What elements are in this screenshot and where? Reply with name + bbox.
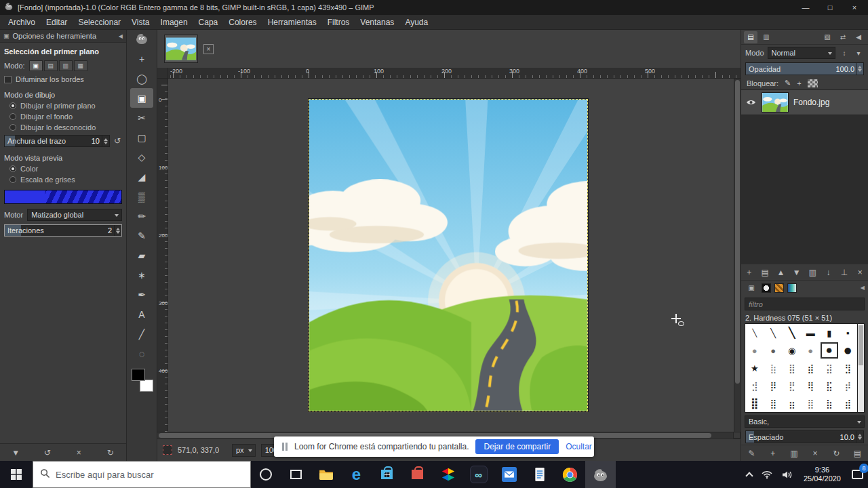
transform-tool[interactable]: ◇	[130, 147, 153, 167]
brush-item[interactable]: ⡿	[764, 377, 783, 394]
quick-mask-toggle[interactable]	[163, 445, 172, 455]
lower-layer-button[interactable]: ▼	[789, 266, 804, 279]
spacing-slider[interactable]: Espaciado 10.0	[745, 430, 864, 443]
brush-item[interactable]: ●	[839, 342, 858, 359]
duplicate-layer-button[interactable]: ▥	[805, 266, 820, 279]
tray-expand-button[interactable]	[742, 461, 757, 488]
file-explorer-app[interactable]	[311, 461, 341, 488]
document-app[interactable]	[524, 461, 555, 488]
delete-brush-button[interactable]: ×	[808, 447, 823, 460]
brush-tag-select[interactable]: Basic,	[745, 415, 865, 428]
save-tool-preset-button[interactable]: ▼	[8, 447, 23, 459]
edge-app[interactable]: e	[341, 461, 372, 488]
brush-item[interactable]: ⣶	[783, 394, 802, 412]
gradients-tab[interactable]	[787, 283, 797, 293]
opacity-spinner[interactable]	[856, 63, 863, 75]
menu-item[interactable]: Imagen	[155, 16, 193, 28]
brush-item[interactable]: ⣷	[764, 359, 783, 377]
vertical-scrollbar[interactable]	[734, 79, 741, 432]
feather-edges-checkbox[interactable]: Difuminar los bordes	[0, 73, 126, 86]
radio-dot[interactable]	[9, 113, 16, 120]
scrollbar-thumb[interactable]	[735, 80, 740, 384]
brush-item[interactable]: ●	[820, 342, 839, 359]
ellipse-select-tool[interactable]: ◯	[130, 68, 153, 88]
eraser-tool[interactable]: ▰	[130, 245, 153, 265]
dock-switch-icon[interactable]: ⇄	[836, 31, 850, 43]
menu-item[interactable]: Seleccionar	[73, 16, 126, 28]
engine-select[interactable]: Matizado global	[27, 209, 122, 221]
background-color-swatch[interactable]	[140, 380, 153, 392]
layers-dialog-tab[interactable]: ▤	[744, 31, 757, 43]
brush-grid-scrollbar[interactable]	[858, 323, 865, 413]
preview-color-radio[interactable]: Color	[0, 163, 126, 174]
delete-tool-preset-button[interactable]: ×	[71, 447, 86, 459]
brush-item[interactable]: ◉	[783, 342, 802, 359]
airbrush-tool[interactable]: ∗	[130, 265, 153, 285]
minimize-button[interactable]: —	[793, 0, 818, 15]
close-button[interactable]: ×	[842, 0, 867, 15]
brush-item[interactable]: ⣟	[783, 377, 802, 394]
taskbar-clock[interactable]: 9:36 25/04/2020	[797, 466, 847, 483]
hide-sharing-link[interactable]: Ocultar	[566, 442, 592, 451]
preview-color-swatch[interactable]	[4, 190, 122, 204]
layer-mode-select[interactable]: Normal	[768, 47, 835, 59]
draw-background-radio[interactable]: Dibujar el fondo	[0, 111, 126, 122]
draw-unknown-radio[interactable]: Dibujar lo desconocido	[0, 122, 126, 133]
loom-app[interactable]: ∞	[463, 461, 494, 488]
volume-tray-icon[interactable]	[777, 461, 797, 488]
dock-tab-icon[interactable]: ▣	[745, 282, 758, 294]
brush-item[interactable]: ★	[745, 359, 764, 377]
foreground-color-swatch[interactable]	[132, 369, 145, 381]
text-tool[interactable]: A	[130, 304, 153, 324]
layer-row[interactable]: Fondo.jpg	[741, 90, 868, 115]
start-button[interactable]	[0, 461, 33, 488]
raise-layer-button[interactable]: ▲	[773, 266, 788, 279]
mode-add-button[interactable]: ▤	[44, 60, 58, 71]
layer-list[interactable]: Fondo.jpg	[741, 89, 868, 264]
brush-item[interactable]: ⣾	[802, 359, 821, 377]
mode-subtract-button[interactable]: ▥	[59, 60, 73, 71]
image-tab[interactable]	[164, 35, 198, 63]
ruler-corner[interactable]	[157, 68, 168, 79]
lock-position-icon[interactable]: +	[797, 79, 801, 87]
zoom-tool[interactable]: ◌	[130, 344, 153, 363]
vertical-ruler[interactable]: 0100200300400	[157, 79, 168, 432]
scissors-select-tool[interactable]: ✂	[130, 108, 153, 127]
store-app[interactable]	[372, 461, 402, 488]
reset-stroke-width-button[interactable]: ↺	[113, 136, 122, 146]
layer-visibility-toggle[interactable]	[745, 99, 757, 106]
brush-item[interactable]: ⣿	[745, 394, 764, 412]
photos-app[interactable]	[433, 461, 463, 488]
merge-down-button[interactable]: ↓	[821, 266, 836, 279]
brush-item[interactable]: ●	[802, 342, 821, 359]
menu-item[interactable]: Editar	[41, 16, 73, 28]
brush-item[interactable]: ⣿	[802, 394, 821, 412]
brush-item[interactable]: ●	[764, 342, 783, 359]
brush-item[interactable]: ⣷	[820, 394, 839, 412]
brush-item[interactable]: ⣾	[839, 394, 858, 412]
brush-item[interactable]: ⣽	[820, 359, 839, 377]
pause-icon[interactable]	[282, 443, 288, 451]
new-layer-group-button[interactable]: ▤	[757, 266, 772, 279]
color-picker-tool[interactable]: ╱	[130, 324, 153, 344]
patterns-tab[interactable]	[774, 283, 784, 293]
canvas-viewport[interactable]	[168, 79, 734, 432]
opacity-slider[interactable]: Opacidad 100.0	[745, 62, 864, 75]
pencil-tool[interactable]: ✏	[130, 206, 153, 226]
radio-dot[interactable]	[9, 124, 16, 131]
delete-layer-button[interactable]: ×	[852, 266, 867, 279]
stroke-width-slider[interactable]: Anchura del trazo 10	[4, 135, 110, 147]
mode-switch-icon[interactable]: ↕	[839, 49, 850, 57]
radio-dot[interactable]	[9, 176, 16, 183]
cortana-button[interactable]	[251, 461, 281, 488]
menu-item[interactable]: Colores	[223, 16, 262, 28]
brush-item[interactable]: ⡾	[839, 377, 858, 394]
scrollbar-thumb[interactable]	[859, 325, 863, 365]
horizontal-ruler[interactable]: -200-1000100200300400500	[168, 68, 741, 79]
brush-item[interactable]: ⣻	[839, 359, 858, 377]
refresh-brushes-button[interactable]: ↻	[829, 447, 844, 460]
crop-tool[interactable]: ▢	[130, 127, 153, 147]
reset-tool-options-button[interactable]: ↻	[103, 447, 118, 459]
move-tool[interactable]: +	[130, 49, 153, 68]
channels-dialog-tab[interactable]: ▥	[760, 31, 773, 43]
